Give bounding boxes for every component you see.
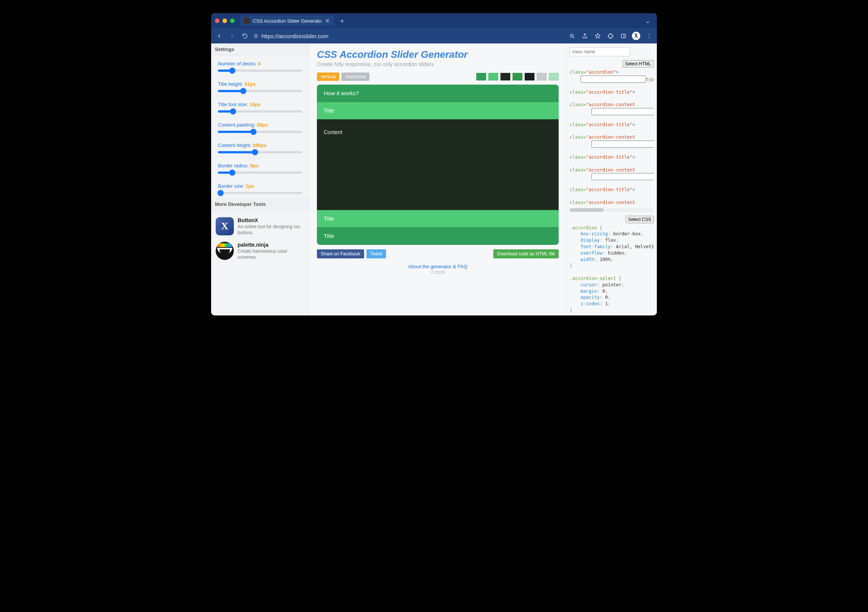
maximize-window-icon[interactable] — [230, 19, 234, 23]
browser-window: CSS Accordion Slider Generato ✕ ＋ ⌄ http… — [211, 13, 657, 315]
svg-rect-2 — [621, 34, 625, 38]
slider-track[interactable] — [218, 131, 302, 133]
url-text: https://accordionslider.com — [261, 33, 329, 39]
slider-track[interactable] — [218, 110, 302, 113]
page-title: CSS Accordion Slider Generator — [317, 49, 559, 60]
vertical-button[interactable]: Vertical — [317, 73, 339, 81]
back-button[interactable] — [215, 32, 223, 40]
browser-chrome: CSS Accordion Slider Generato ✕ ＋ ⌄ http… — [211, 13, 657, 43]
close-tab-icon[interactable]: ✕ — [324, 18, 330, 24]
tool-name: palette.ninja — [237, 242, 304, 248]
forward-button[interactable] — [228, 32, 236, 40]
share-facebook-button[interactable]: Share on Facebook — [317, 249, 364, 259]
share-twitter-button[interactable]: Tweet — [366, 249, 386, 259]
settings-sidebar: Settings Number of decks: 4 Title height… — [211, 43, 309, 315]
slider-label: Border radius: 8px — [218, 163, 302, 169]
horizontal-button[interactable]: Horizontal — [341, 73, 369, 81]
page-subtitle: Create fully responsive, css only accord… — [317, 61, 559, 67]
slider-label: Content padding: 28px — [218, 122, 302, 128]
color-swatch[interactable] — [476, 73, 486, 81]
tool-item[interactable]: X ButtonXAn online tool for designing cs… — [216, 214, 304, 239]
color-swatch[interactable] — [513, 73, 522, 81]
slider-label: Title font size: 16px — [218, 102, 302, 107]
tool-icon: X — [216, 217, 234, 236]
color-swatch[interactable] — [537, 73, 547, 81]
tool-name: ButtonX — [237, 217, 304, 223]
slider-track[interactable] — [218, 70, 302, 72]
tool-desc: An online tool for designing css buttons… — [237, 224, 304, 236]
select-html-button[interactable]: Select HTML — [623, 60, 654, 68]
tool-icon — [216, 242, 234, 260]
accordion-title[interactable]: Title — [317, 102, 559, 119]
accordion-title[interactable]: How it works? — [317, 85, 559, 102]
svg-rect-0 — [254, 35, 257, 37]
color-swatches — [476, 73, 559, 81]
slider-label: Border size: 1px — [218, 183, 302, 189]
slider-label: Content height: 280px — [218, 143, 302, 148]
slider-track[interactable] — [218, 192, 302, 194]
slider-track[interactable] — [218, 151, 302, 153]
slider-track[interactable] — [218, 90, 302, 92]
download-button[interactable]: Download code as HTML file — [493, 249, 559, 259]
new-tab-button[interactable]: ＋ — [337, 16, 347, 26]
class-name-input[interactable] — [570, 47, 630, 56]
slider-track[interactable] — [218, 172, 302, 174]
tabs-menu-icon[interactable]: ⌄ — [642, 17, 653, 25]
slider-label: Title height: 51px — [218, 81, 302, 87]
copyright: © 2019 — [317, 270, 559, 275]
color-swatch[interactable] — [488, 73, 498, 81]
select-css-button[interactable]: Select CSS — [626, 216, 654, 223]
code-hscroll[interactable] — [570, 208, 654, 212]
kebab-menu-icon[interactable]: ⋮ — [645, 32, 653, 40]
reload-button[interactable] — [240, 32, 249, 40]
accordion-title[interactable]: Title — [317, 210, 559, 228]
bookmark-icon[interactable] — [594, 32, 602, 40]
address-bar[interactable]: https://accordionslider.com — [253, 33, 563, 39]
color-swatch[interactable] — [501, 73, 510, 81]
zoom-icon[interactable] — [568, 32, 576, 40]
minimize-window-icon[interactable] — [222, 19, 227, 23]
color-swatch[interactable] — [549, 73, 559, 81]
html-code[interactable]: class="accordion"> type="radio" name="se… — [570, 69, 654, 206]
about-link[interactable]: About the generator & FAQ — [408, 264, 468, 270]
code-panel: Select HTML class="accordion"> type="rad… — [566, 43, 657, 315]
color-swatch[interactable] — [525, 73, 535, 81]
css-code[interactable]: .accordion { box-sizing: border-box; dis… — [570, 225, 654, 315]
accordion-preview[interactable]: How it works?TitleContentTitleTitle — [317, 85, 559, 245]
profile-avatar[interactable]: X — [632, 32, 640, 40]
close-window-icon[interactable] — [215, 19, 219, 23]
favicon-icon — [243, 18, 250, 24]
accordion-title[interactable]: Title — [317, 228, 559, 245]
tool-desc: Create harmonious color schemes. — [237, 249, 304, 260]
lock-icon — [253, 33, 258, 39]
settings-heading: Settings — [211, 43, 309, 56]
tool-item[interactable]: palette.ninjaCreate harmonious color sch… — [216, 239, 304, 263]
slider-label: Number of decks: 4 — [218, 61, 302, 67]
share-icon[interactable] — [581, 32, 589, 40]
main-content: CSS Accordion Slider Generator Create fu… — [309, 43, 566, 315]
sidepanel-icon[interactable] — [619, 32, 628, 40]
browser-tab[interactable]: CSS Accordion Slider Generato ✕ — [240, 15, 334, 26]
extensions-icon[interactable] — [606, 32, 615, 40]
accordion-content: Content — [317, 119, 559, 210]
window-controls[interactable] — [215, 19, 234, 23]
more-tools-heading: More Developer Tools — [211, 198, 309, 211]
tab-title: CSS Accordion Slider Generato — [253, 18, 321, 24]
